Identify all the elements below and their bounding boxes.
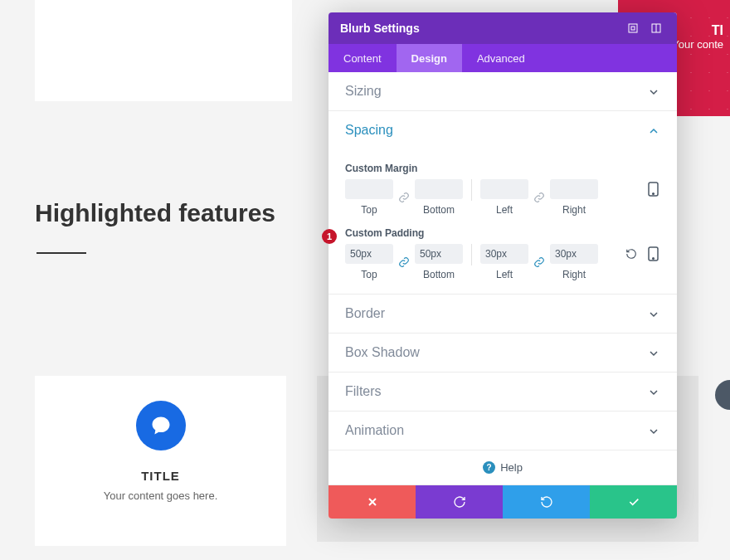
help-button[interactable]: ? Help [328,450,677,485]
padding-left-input[interactable] [480,244,528,264]
tab-content[interactable]: Content [328,44,397,72]
chevron-down-icon [649,85,660,97]
undo-button[interactable] [416,485,503,519]
snap-icon[interactable] [647,19,665,37]
feature-card: TITLE Your content goes here. [35,376,286,546]
section-filters[interactable]: Filters [328,373,677,411]
padding-bottom-input[interactable] [415,244,463,264]
margin-right-input[interactable] [550,179,598,199]
panel-footer [328,485,677,519]
custom-margin-label: Custom Margin [345,163,660,174]
feature-card-text: Your content goes here. [104,489,218,502]
side-label-left: Left [496,204,513,216]
cancel-button[interactable] [328,485,416,519]
chevron-down-icon [649,308,660,319]
section-label: Animation [345,423,404,438]
link-icon[interactable] [532,190,547,205]
expand-icon[interactable] [624,19,642,37]
padding-right-input[interactable] [550,244,598,264]
side-label-left: Left [496,269,513,280]
blurb-settings-panel: Blurb Settings Content Design Advanced S… [328,12,677,519]
page-heading: Highlighted features [35,199,275,227]
side-label-right: Right [562,269,586,280]
annotation-badge: 1 [322,229,337,244]
section-border[interactable]: Border [328,295,677,334]
svg-point-7 [652,258,654,260]
divider [471,244,472,265]
margin-left-input[interactable] [480,179,528,199]
side-label-right: Right [562,204,586,216]
side-label-bottom: Bottom [423,269,455,280]
link-icon[interactable] [397,190,411,205]
chevron-up-icon [649,124,660,136]
margin-top-input[interactable] [345,179,393,199]
responsive-icon[interactable] [645,246,660,261]
panel-tabs: Content Design Advanced [328,44,677,72]
responsive-icon[interactable] [645,182,660,197]
chat-bubble-icon [136,401,186,450]
panel-header[interactable]: Blurb Settings [328,12,677,44]
content-placeholder-top [35,0,292,101]
margin-inputs-row: Top Bottom Left [345,179,660,216]
section-label: Border [345,306,385,321]
section-label: Filters [345,384,382,399]
section-sizing[interactable]: Sizing [328,72,677,111]
side-help-bubble[interactable] [715,380,730,410]
section-label: Sizing [345,84,382,99]
side-label-bottom: Bottom [423,204,455,216]
padding-inputs-row: Top Bottom Left [345,244,660,280]
section-label: Spacing [345,123,393,138]
section-animation[interactable]: Animation [328,411,677,450]
feature-card-title: TITLE [141,469,180,483]
chevron-down-icon [649,347,660,358]
spacing-content: Custom Margin Top Bottom [328,149,677,295]
chevron-down-icon [649,425,660,436]
confirm-button[interactable] [590,485,677,519]
tab-advanced[interactable]: Advanced [462,44,540,72]
section-label: Box Shadow [345,345,420,360]
padding-top-input[interactable] [345,244,393,264]
section-box-shadow[interactable]: Box Shadow [328,334,677,373]
panel-body: Sizing Spacing Custom Margin Top [328,72,677,485]
redo-button[interactable] [503,485,590,519]
chevron-down-icon [649,386,660,397]
link-icon[interactable] [397,255,411,270]
page-heading-underline [36,252,86,254]
help-icon: ? [483,461,495,474]
margin-bottom-input[interactable] [415,179,463,199]
help-label: Help [500,461,523,474]
side-label-top: Top [361,204,377,216]
section-spacing[interactable]: Spacing [328,111,677,149]
svg-point-5 [652,193,654,195]
reset-icon[interactable] [624,246,639,261]
link-icon[interactable] [532,255,547,270]
side-label-top: Top [361,269,377,280]
panel-title: Blurb Settings [340,22,619,35]
divider [471,179,472,201]
svg-rect-1 [631,27,635,30]
svg-rect-0 [629,24,637,32]
custom-padding-label: Custom Padding [345,227,660,239]
tab-design[interactable]: Design [397,44,462,72]
